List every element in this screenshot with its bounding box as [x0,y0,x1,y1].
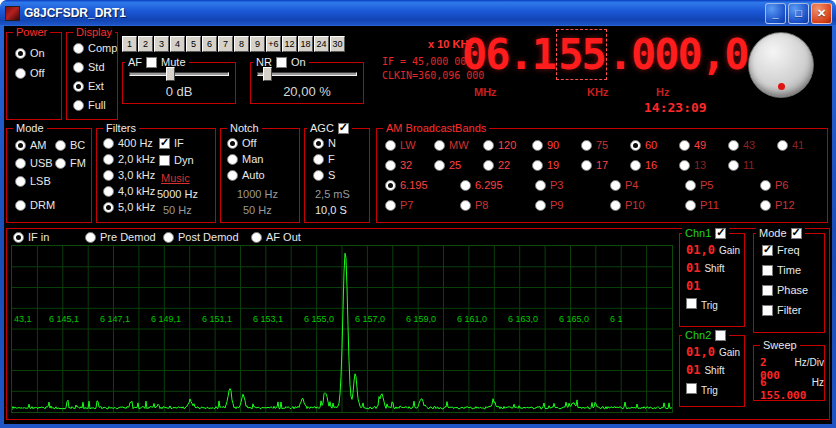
radio-display-comp[interactable]: Comp [73,42,117,54]
radio-agc-s[interactable]: S [313,169,335,181]
nr-level-slider-thumb[interactable] [263,67,272,81]
close-button[interactable]: ✕ [811,3,832,24]
radio-display-ext[interactable]: Ext [73,80,104,92]
chn2-enable-checkbox[interactable] [715,330,726,341]
radio-scope-source-af-out[interactable]: AF Out [251,231,301,243]
radio-icon [460,200,471,211]
step-button-5[interactable]: 5 [186,36,201,52]
radio-display-full[interactable]: Full [73,99,106,111]
radio-band-120[interactable]: 120 [483,139,516,151]
radio-band-43[interactable]: 43 [728,139,755,151]
radio-display-std[interactable]: Std [73,61,105,73]
radio-band-32[interactable]: 32 [385,159,412,171]
checkbox-scope-mode-time[interactable]: Time [762,264,801,276]
radio-band-90[interactable]: 90 [532,139,559,151]
nr-level-slider[interactable] [257,72,357,76]
radio-mode-lsb[interactable]: LSB [15,175,51,187]
af-mute-checkbox[interactable] [146,57,157,68]
radio-band-p6[interactable]: P6 [760,179,788,191]
radio-mode-am[interactable]: AM [15,139,47,151]
step-button-1[interactable]: 1 [122,36,137,52]
minimize-button[interactable]: _ [765,3,786,24]
radio-filter-5-0-khz[interactable]: 5,0 kHz [103,201,155,213]
scope-mode-enable-checkbox[interactable] [791,228,802,239]
radio-band-p7[interactable]: P7 [385,199,413,211]
radio-band-41[interactable]: 41 [777,139,804,151]
radio-filter-4-0-khz[interactable]: 4,0 kHz [103,185,155,197]
step-button-6[interactable]: 6 [202,36,217,52]
chn2-trig-checkbox[interactable] [686,383,697,394]
radio-agc-n[interactable]: N [313,137,336,149]
radio-band-19[interactable]: 19 [532,159,559,171]
radio-band-p10[interactable]: P10 [610,199,645,211]
radio-filter-2-0-khz[interactable]: 2,0 kHz [103,153,155,165]
step-button-8[interactable]: 8 [234,36,249,52]
radio-band-p12[interactable]: P12 [760,199,795,211]
radio-scope-source-post-demod[interactable]: Post Demod [163,231,239,243]
radio-notch-man[interactable]: Man [227,153,263,165]
step-button-18[interactable]: 18 [298,36,313,52]
radio-icon [581,160,592,171]
radio-band-p5[interactable]: P5 [685,179,713,191]
radio-band-17[interactable]: 17 [581,159,608,171]
radio-band-6-195[interactable]: 6.195 [385,179,428,191]
checkbox-scope-mode-freq[interactable]: Freq [762,244,800,256]
radio-power-off[interactable]: Off [15,67,44,79]
radio-band-60[interactable]: 60 [630,139,657,151]
step-button-3[interactable]: 3 [154,36,169,52]
checkbox-filters-if[interactable]: IF [159,137,184,149]
radio-band-p9[interactable]: P9 [535,199,563,211]
step-button-4[interactable]: 4 [170,36,185,52]
step-button-2[interactable]: 2 [138,36,153,52]
radio-band-11[interactable]: 11 [728,159,754,171]
spectrum-display[interactable]: 43,16 145,16 147,16 149,16 151,16 153,16… [11,245,673,413]
radio-band-6-295[interactable]: 6.295 [460,179,503,191]
radio-mode-bc[interactable]: BC [55,139,85,151]
radio-notch-auto[interactable]: Auto [227,169,265,181]
radio-label: 75 [596,139,608,151]
radio-icon [760,180,771,191]
chn1-trig-checkbox[interactable] [686,298,697,309]
radio-agc-f[interactable]: F [313,153,335,165]
radio-band-16[interactable]: 16 [630,159,657,171]
checkbox-filters-dyn[interactable]: Dyn [159,154,194,166]
af-gain-slider[interactable] [129,72,229,76]
radio-band-mw[interactable]: MW [434,139,469,151]
maximize-button[interactable]: □ [788,3,809,24]
radio-band-lw[interactable]: LW [385,139,416,151]
radio-band-p8[interactable]: P8 [460,199,488,211]
step-button-24[interactable]: 24 [314,36,329,52]
step-button-12[interactable]: 12 [282,36,297,52]
radio-band-13[interactable]: 13 [679,159,706,171]
radio-band-p3[interactable]: P3 [535,179,563,191]
chn1-shift-value: 01 [686,262,700,275]
step-button-7[interactable]: 7 [218,36,233,52]
radio-mode-drm[interactable]: DRM [15,199,55,211]
radio-band-p11[interactable]: P11 [685,199,719,211]
radio-mode-fm[interactable]: FM [55,157,86,169]
radio-band-22[interactable]: 22 [483,159,510,171]
radio-band-75[interactable]: 75 [581,139,608,151]
af-gain-slider-thumb[interactable] [166,67,175,81]
radio-scope-source-pre-demod[interactable]: Pre Demod [85,231,156,243]
freq-step-digits[interactable]: 55 [556,29,607,80]
radio-filter-400-hz[interactable]: 400 Hz [103,137,153,149]
step-button-+6[interactable]: +6 [266,36,281,52]
radio-band-25[interactable]: 25 [434,159,461,171]
checkbox-scope-mode-phase[interactable]: Phase [762,284,808,296]
radio-filter-3-0-khz[interactable]: 3,0 kHz [103,169,155,181]
radio-band-49[interactable]: 49 [679,139,706,151]
step-button-9[interactable]: 9 [250,36,265,52]
checkbox-scope-mode-filter[interactable]: Filter [762,304,801,316]
radio-notch-off[interactable]: Off [227,137,256,149]
step-button-30[interactable]: 30 [330,36,345,52]
titlebar[interactable]: G8JCFSDR_DRT1 _ □ ✕ [0,0,836,25]
radio-band-p4[interactable]: P4 [610,179,638,191]
tuning-knob[interactable] [748,32,814,98]
radio-scope-source-if-in[interactable]: IF in [13,231,49,243]
radio-mode-usb[interactable]: USB [15,157,53,169]
agc-enable-checkbox[interactable] [338,123,349,134]
radio-power-on[interactable]: On [15,47,45,59]
chn1-enable-checkbox[interactable] [715,228,726,239]
nr-on-checkbox[interactable] [276,57,287,68]
